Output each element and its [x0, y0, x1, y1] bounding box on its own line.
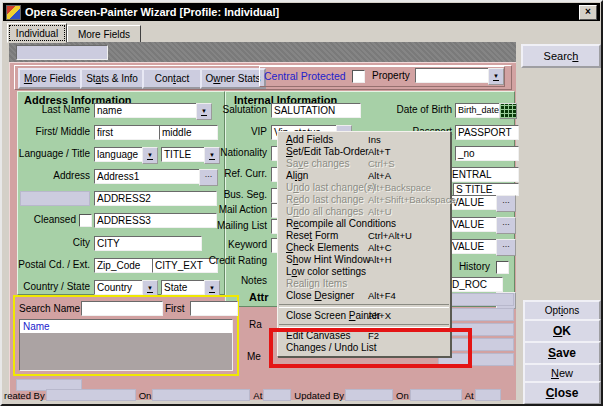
menu-item-add-fields[interactable]: Add Fields Ins [278, 134, 450, 146]
options-button[interactable]: Options [523, 300, 601, 321]
partial-d-roc-field[interactable]: D_ROC [449, 277, 503, 292]
country-state-label: Country / State [12, 281, 90, 293]
passport-field[interactable]: PASSPORT [455, 125, 519, 140]
vip-label: VIP [197, 126, 267, 138]
keyword-label: Keyword [197, 239, 267, 251]
first-label: First [165, 303, 184, 315]
created-at-label: At [253, 390, 262, 401]
last-name-field[interactable]: name [94, 103, 200, 118]
updated-by-field[interactable] [345, 389, 393, 401]
tab-individual[interactable]: Individual [7, 23, 67, 43]
value3-ellipsis-button[interactable]: ... [496, 239, 516, 256]
name-list-header: Name [20, 320, 232, 333]
first-name-field[interactable]: first [94, 125, 162, 140]
menu-item-reset-form[interactable]: Reset Form Ctrl+Alt+U [278, 230, 450, 242]
partial-no-field[interactable]: _no [455, 146, 519, 161]
address-label: Address [18, 170, 90, 182]
value1-field[interactable]: VALUE [449, 195, 499, 210]
value2-field[interactable]: VALUE [449, 217, 499, 232]
country-field[interactable]: Country [94, 280, 146, 295]
birth-date-field[interactable]: Birth_date [455, 103, 501, 118]
search-name-field[interactable] [81, 301, 163, 316]
property-dropdown-button[interactable]: ▼ [488, 68, 504, 85]
title-bar: Opera Screen-Painter Wizard [Profile: In… [3, 3, 600, 21]
language-title-label: Language / Title [12, 148, 90, 160]
protected-group: Central Protected Property ▼ [259, 66, 505, 87]
window-close-button[interactable]: × [579, 5, 597, 20]
menu-item-redo-last-change: Redo last change Alt+Shift+Backspace [278, 194, 450, 206]
bus-seg-label: Bus. Seg. [197, 189, 267, 201]
language-dropdown-button[interactable]: ▼ [142, 147, 158, 164]
calendar-icon[interactable] [499, 103, 517, 119]
name-list[interactable]: Name [19, 319, 233, 371]
mail-action-label: Mail Action [197, 204, 267, 216]
updated-by-label: Updated By [294, 390, 344, 401]
context-menu: Add Fields Ins Set/Edit Tab-Order Alt+T … [277, 131, 451, 357]
history-checkbox[interactable] [496, 261, 509, 274]
updated-on-field[interactable] [410, 389, 462, 401]
menu-item-realign-items: Realign Items [278, 278, 450, 290]
created-on-field[interactable] [152, 389, 250, 401]
menu-item-check-elements[interactable]: Check Elements Alt+C [278, 242, 450, 254]
value3-field[interactable]: VALUE [449, 239, 499, 254]
updated-on-label: On [396, 390, 409, 401]
menu-item-align[interactable]: Align Alt+A [278, 170, 450, 182]
cleansed-checkbox[interactable] [79, 214, 92, 227]
more-fields-button[interactable]: More Fields [18, 68, 82, 89]
value2-ellipsis-button[interactable]: ... [496, 217, 516, 234]
address1-field[interactable]: Address1 [94, 169, 202, 184]
search-name-label: Search Name [19, 303, 80, 315]
city-field[interactable]: CITY [94, 236, 202, 251]
updated-at-field[interactable] [475, 389, 501, 401]
contact-button[interactable]: Contact [142, 68, 202, 89]
stats-info-button[interactable]: Stats & Info [80, 68, 144, 89]
first-middle-label: First/ Middle [18, 126, 90, 138]
menu-item-low-color-settings[interactable]: Low color settings [278, 266, 450, 278]
search-name-box: Search Name First Name [13, 295, 239, 376]
top-strip [9, 42, 516, 62]
search-button[interactable]: Search [521, 44, 601, 68]
updated-at-label: At [465, 390, 474, 401]
mailing-list-label: Mailing List [197, 220, 267, 232]
menu-item-save-changes: Save changes Ctrl+S [278, 158, 450, 170]
property-label: Property [372, 70, 410, 82]
save-button[interactable]: Save [523, 341, 601, 365]
address-information-group: Address Information Last Name name ▼ Fir… [17, 91, 225, 295]
tab-more-fields[interactable]: More Fields [67, 25, 141, 43]
ok-button[interactable]: OK [523, 319, 601, 343]
owner-stats-button[interactable]: Owner Stats [200, 68, 266, 89]
created-at-field[interactable] [263, 389, 291, 401]
language-field[interactable]: language [94, 147, 146, 162]
credit-rating-label: Credit Rating [197, 255, 267, 267]
zip-code-field[interactable]: Zip_Code [94, 258, 155, 273]
cleansed-label: Cleansed [18, 214, 76, 226]
last-name-label: Last Name [18, 104, 90, 116]
top-blank-field[interactable] [16, 45, 108, 60]
partial-entral-field[interactable]: ENTRAL [449, 167, 519, 182]
created-by-field[interactable] [46, 389, 136, 401]
value1-ellipsis-button[interactable]: ... [496, 195, 516, 212]
attributes-label-1: Ra [249, 319, 262, 331]
menu-separator [279, 304, 449, 308]
menu-item-show-hint-window[interactable]: Show Hint Window Alt+H [278, 254, 450, 266]
address2-blank-label [20, 191, 90, 206]
menu-item-close-designer[interactable]: Close Designer Alt+F4 [278, 290, 450, 302]
attributes-label-2: Me [247, 351, 261, 363]
salutation-field[interactable]: SALUTATION [271, 103, 361, 118]
new-button[interactable]: New [523, 363, 601, 383]
created-on-label: On [139, 390, 152, 401]
central-protected-checkbox[interactable] [352, 70, 365, 83]
attributes-header: Attr [249, 291, 269, 303]
menu-item-close-screen-painter[interactable]: Close Screen Painter Alt+X [278, 310, 450, 322]
central-protected-label: Central Protected [264, 70, 346, 82]
menu-item-set-edit-tab-order[interactable]: Set/Edit Tab-Order Alt+T [278, 146, 450, 158]
first-search-field[interactable] [190, 301, 238, 316]
property-field[interactable] [415, 68, 491, 83]
chevron-down-icon: ▼ [147, 285, 153, 293]
menu-item-recompile-all-conditions[interactable]: Recompile all Conditions [278, 218, 450, 230]
audit-footer: reated By On At Updated By On At [4, 389, 537, 401]
ref-curr-label: Ref. Curr. [197, 168, 267, 180]
notes-label: Notes [197, 275, 267, 287]
opera-screen-painter-window: Opera Screen-Painter Wizard [Profile: In… [0, 0, 603, 406]
red-highlight-annotation [269, 328, 472, 368]
